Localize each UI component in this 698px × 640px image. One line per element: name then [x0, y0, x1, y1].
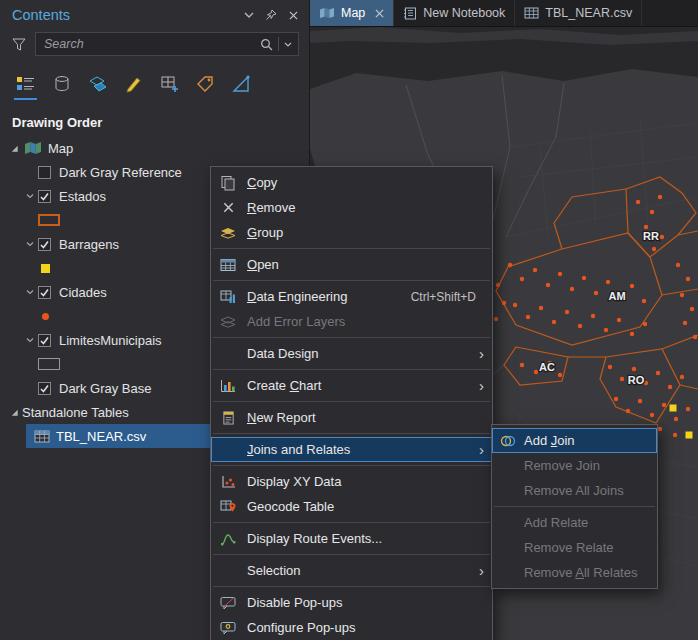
close-icon[interactable]: [375, 9, 384, 18]
icon-spacer: [217, 441, 239, 459]
symbol-patch[interactable]: [38, 214, 60, 226]
tree-item-label: Standalone Tables: [22, 405, 129, 420]
visibility-checkbox[interactable]: [38, 286, 51, 299]
tab-label: TBL_NEAR.csv: [545, 6, 632, 20]
filter-icon[interactable]: [10, 38, 28, 51]
tree-item-label: Dark Gray Reference: [59, 165, 182, 180]
menu-item-open[interactable]: Open: [211, 252, 492, 277]
city-point: [604, 328, 608, 332]
visibility-checkbox[interactable]: [38, 382, 51, 395]
city-point: [650, 210, 654, 214]
chevron-down-icon[interactable]: [284, 42, 292, 47]
menu-item-disable-pop-ups[interactable]: Disable Pop-ups: [211, 590, 492, 615]
tree-item-label: Barragens: [59, 237, 119, 252]
expander-icon[interactable]: [22, 287, 38, 297]
search-input[interactable]: [42, 36, 260, 52]
menu-item-label: Data Design: [247, 346, 472, 361]
chevron-down-icon[interactable]: [239, 5, 259, 25]
menu-item-display-route-events[interactable]: Display Route Events...: [211, 526, 492, 551]
remove-icon: [217, 199, 239, 217]
menu-item-label: Data Engineering: [247, 289, 411, 304]
expander-icon[interactable]: [6, 407, 22, 418]
symbol-patch[interactable]: [42, 313, 49, 320]
city-point: [686, 407, 690, 411]
list-by-labeling-button[interactable]: [192, 70, 219, 97]
visibility-checkbox[interactable]: [38, 166, 51, 179]
tab-map[interactable]: Map: [310, 0, 394, 26]
city-point: [526, 315, 530, 319]
menu-shortcut: Ctrl+Shift+D: [411, 290, 484, 304]
menu-item-label: Remove Relate: [524, 540, 649, 555]
menu-item-add-error-layers: Add Error Layers: [211, 309, 492, 334]
city-point: [558, 272, 562, 276]
menu-item-remove-join: Remove Join: [492, 453, 657, 478]
menu-item-label: Group: [247, 225, 484, 240]
city-point: [620, 377, 624, 381]
city-point: [638, 399, 642, 403]
menu-item-copy[interactable]: Copy: [211, 170, 492, 195]
city-point: [656, 371, 660, 375]
menu-separator: [211, 462, 492, 469]
menu-item-data-engineering[interactable]: Data EngineeringCtrl+Shift+D: [211, 284, 492, 309]
tab-new-notebook[interactable]: New Notebook: [394, 0, 515, 26]
pin-icon[interactable]: [261, 5, 281, 25]
expander-icon[interactable]: [22, 335, 38, 345]
expander-icon[interactable]: [22, 191, 38, 201]
menu-separator: [211, 519, 492, 526]
report-icon: [217, 409, 239, 427]
list-by-data-source-button[interactable]: [48, 70, 75, 97]
city-point: [606, 280, 610, 284]
search-divider: [278, 37, 279, 51]
tab-label: New Notebook: [423, 6, 505, 20]
menu-item-new-report[interactable]: New Report: [211, 405, 492, 430]
menu-item-label: Display XY Data: [247, 474, 484, 489]
city-point: [632, 367, 636, 371]
menu-item-selection[interactable]: Selection›: [211, 558, 492, 583]
visibility-checkbox[interactable]: [38, 334, 51, 347]
visibility-checkbox[interactable]: [38, 190, 51, 203]
menu-item-add-join[interactable]: Add Join: [492, 428, 657, 453]
expander-icon[interactable]: [6, 143, 22, 154]
menu-item-display-xy-data[interactable]: Display XY Data: [211, 469, 492, 494]
menu-item-configure-pop-ups[interactable]: Configure Pop-ups: [211, 615, 492, 640]
menu-item-geocode-table[interactable]: Geocode Table: [211, 494, 492, 519]
city-point: [539, 306, 543, 310]
tree-item-map[interactable]: Map: [0, 136, 309, 160]
list-by-editing-button[interactable]: [120, 70, 147, 97]
open-table-icon: [217, 256, 239, 274]
symbol-patch[interactable]: [41, 264, 50, 273]
expander-icon[interactable]: [22, 239, 38, 249]
city-point: [674, 417, 678, 421]
list-by-perspective-button[interactable]: [228, 70, 255, 97]
menu-item-data-design[interactable]: Data Design›: [211, 341, 492, 366]
menu-item-joins-and-relates[interactable]: Joins and Relates›: [211, 437, 492, 462]
city-point: [658, 427, 662, 431]
icon-spacer: [498, 457, 518, 475]
menu-item-label: Disable Pop-ups: [247, 595, 484, 610]
tab-tbl-near-csv[interactable]: TBL_NEAR.csv: [515, 0, 642, 26]
magnifier-icon[interactable]: [260, 38, 273, 51]
list-by-data-source-icon: [52, 75, 72, 93]
menu-item-label: Remove: [247, 200, 484, 215]
list-by-drawing-order-button[interactable]: [12, 70, 39, 97]
menu-item-remove[interactable]: Remove: [211, 195, 492, 220]
menu-separator: [211, 366, 492, 373]
search-buttons: [260, 37, 292, 51]
search-box[interactable]: [35, 32, 299, 56]
menu-item-group[interactable]: Group: [211, 220, 492, 245]
data-engineering-icon: [217, 288, 239, 306]
submenu-arrow-icon: ›: [472, 346, 484, 361]
list-by-charts-button[interactable]: [156, 70, 183, 97]
city-point: [652, 247, 656, 251]
error-layers-icon: [217, 313, 239, 331]
notebook-tab-icon: [403, 7, 417, 20]
city-point: [608, 365, 612, 369]
menu-item-create-chart[interactable]: Create Chart›: [211, 373, 492, 398]
drawing-order-heading: Drawing Order: [0, 99, 309, 136]
city-point: [502, 301, 506, 305]
list-by-selection-button[interactable]: [84, 70, 111, 97]
symbol-patch[interactable]: [38, 358, 60, 370]
visibility-checkbox[interactable]: [38, 238, 51, 251]
close-icon[interactable]: [283, 5, 303, 25]
submenu-arrow-icon: ›: [472, 563, 484, 578]
